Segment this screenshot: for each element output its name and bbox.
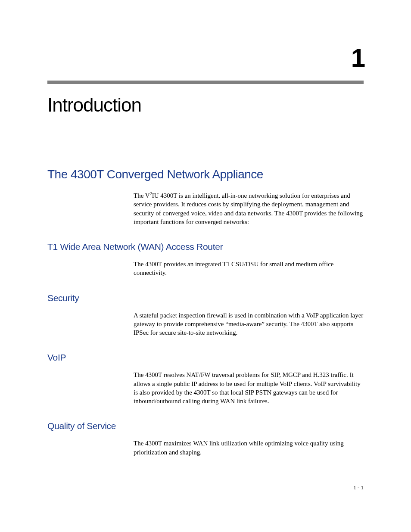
chapter-number: 1 [47, 43, 364, 73]
subsection-heading-wan: T1 Wide Area Network (WAN) Access Router [47, 242, 364, 252]
subsection-body-wan: The 4300T provides an integrated T1 CSU/… [134, 260, 364, 277]
intro-prefix: The V [134, 192, 150, 199]
page-number: 1 - 1 [353, 484, 364, 491]
section-intro-text: The V2IU 4300T is an intelligent, all-in… [134, 191, 364, 226]
subsection-heading-qos: Quality of Service [47, 421, 364, 431]
section-heading: The 4300T Converged Network Appliance [47, 168, 364, 181]
chapter-title: Introduction [47, 94, 364, 116]
subsection-body-security: A stateful packet inspection firewall is… [134, 311, 364, 337]
subsection-body-qos: The 4300T maximizes WAN link utilization… [134, 439, 364, 457]
chapter-divider [47, 81, 364, 84]
intro-rest: IU 4300T is an intelligent, all-in-one n… [134, 192, 363, 225]
subsection-body-voip: The 4300T resolves NAT/FW traversal prob… [134, 370, 364, 405]
subsection-heading-security: Security [47, 293, 364, 303]
subsection-heading-voip: VoIP [47, 352, 364, 363]
